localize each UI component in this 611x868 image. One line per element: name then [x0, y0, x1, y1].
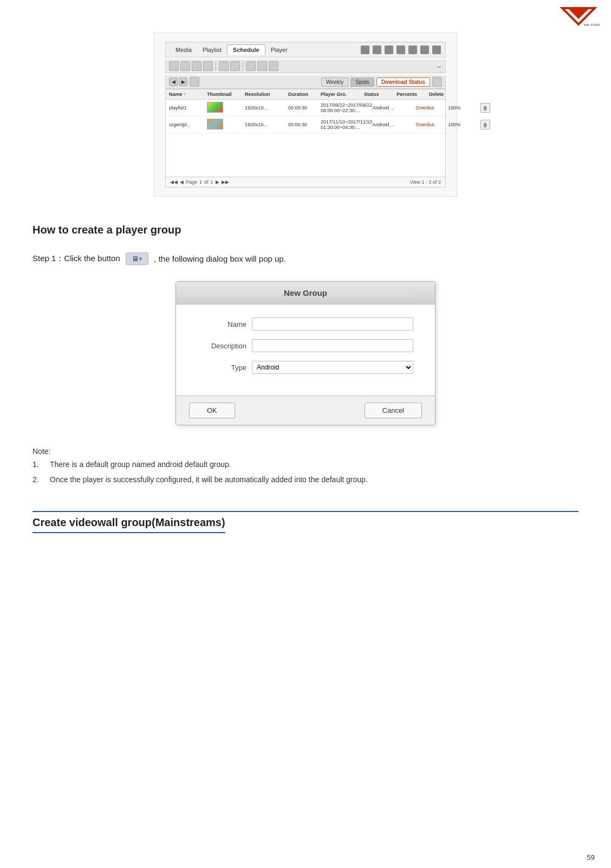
col-status: Status: [364, 92, 396, 97]
logo-icon: we connect: [557, 5, 600, 27]
frame1-btn[interactable]: [219, 61, 229, 71]
star-icon[interactable]: [373, 46, 381, 54]
arrow-btn[interactable]: →: [435, 62, 442, 70]
notes-title: Note:: [32, 447, 578, 456]
dialog-select-type[interactable]: Android Windows iOS: [252, 361, 413, 374]
total-pages: 1: [211, 179, 213, 185]
nav-player[interactable]: Player: [265, 45, 293, 55]
dialog-wrapper: New Group Name Description Type Android …: [176, 281, 435, 425]
import-btn[interactable]: [269, 61, 278, 71]
empty-rows: [166, 133, 445, 177]
thumbnail-img: [207, 119, 223, 129]
table-area: Name ↑ Thumbnail Resolution Duration Pla…: [165, 89, 446, 187]
col-player: Player Gro.: [321, 92, 364, 97]
row1-percents: 100%: [448, 105, 480, 111]
row2-name: urgentpl...: [169, 122, 207, 127]
dialog-field-type: Type Android Windows iOS: [198, 361, 413, 374]
nav-icons: [361, 46, 441, 54]
dialog-body: Name Description Type Android Windows iO…: [176, 305, 435, 396]
col-delete: Delete: [429, 92, 456, 97]
prev-btn2[interactable]: ◀: [180, 179, 184, 185]
copy-icon[interactable]: [385, 46, 393, 54]
content-area: Media Playlist Schedule Player: [0, 0, 611, 566]
dialog-footer: OK Cancel: [176, 396, 435, 425]
minus-btn[interactable]: [203, 61, 213, 71]
svg-text:we connect: we connect: [583, 22, 600, 27]
bar-btn[interactable]: [246, 61, 256, 71]
sep2: [243, 62, 243, 70]
col-resolution: Resolution: [245, 92, 288, 97]
table-row[interactable]: urgentpl... 1920x10... 00:00:30 2017/11/…: [166, 116, 445, 133]
settings-icon[interactable]: [361, 46, 369, 54]
download-status-btn[interactable]: Download Status: [376, 77, 430, 87]
section1-heading: How to create a player group: [32, 224, 578, 236]
dialog-title: New Group: [176, 282, 435, 305]
edit-btn[interactable]: [169, 61, 179, 71]
row1-status: Overdue: [415, 105, 448, 111]
back-icon[interactable]: [432, 46, 441, 54]
sep1: [216, 62, 216, 70]
dialog-ok-btn[interactable]: OK: [189, 403, 235, 418]
filter-btns: Weekly Spots: [321, 77, 374, 87]
row2-dur: 00:00:30: [288, 122, 321, 127]
frame2-btn[interactable]: [230, 61, 240, 71]
export-icon[interactable]: [432, 77, 442, 87]
next-btn2[interactable]: ▶: [216, 179, 219, 185]
row1-thumb: [207, 102, 245, 114]
logo-area: we connect: [557, 5, 600, 27]
user-icon[interactable]: [420, 46, 429, 54]
toolbar2: ◀ ▶ Weekly Spots Download Status: [165, 75, 446, 89]
row2-thumb: [207, 119, 245, 131]
of-label: of: [204, 179, 209, 185]
col-percents: Percents: [396, 92, 429, 97]
toolbar1: →: [165, 60, 446, 73]
dialog-cancel-btn[interactable]: Cancel: [365, 403, 422, 418]
dialog-input-description[interactable]: [252, 339, 413, 352]
spots-btn[interactable]: Spots: [350, 77, 374, 87]
page-number: 59: [587, 853, 595, 861]
calendar-icon[interactable]: [190, 77, 199, 87]
step1-button-img[interactable]: 🖥+: [126, 252, 149, 265]
row1-dur: 00:00:30: [288, 105, 321, 111]
prev-prev-btn[interactable]: ◀◀: [170, 179, 178, 185]
prev-btn[interactable]: ◀: [169, 77, 178, 86]
chart-icon[interactable]: [396, 46, 405, 54]
step1-text: Step 1：Click the button 🖥+ , the followi…: [32, 252, 578, 265]
note-text-1: There is a default group named android d…: [50, 460, 231, 469]
table-header: Name ↑ Thumbnail Resolution Duration Pla…: [166, 89, 445, 100]
note-num-1: 1.: [32, 460, 43, 469]
dialog-label-description: Description: [198, 342, 246, 350]
thumbnail-img: [207, 102, 223, 113]
screenshot-area: Media Playlist Schedule Player: [154, 33, 457, 197]
next-next-btn[interactable]: ▶▶: [222, 179, 229, 185]
copy-btn[interactable]: [192, 61, 202, 71]
align-btn[interactable]: [257, 61, 267, 71]
nav-media[interactable]: Media: [170, 45, 197, 55]
table-row[interactable]: playlist1 1920x10... 00:00:30 2017/09/22…: [166, 100, 445, 116]
grid-icon[interactable]: [408, 46, 417, 54]
weekly-btn[interactable]: Weekly: [321, 77, 349, 87]
dialog-label-type: Type: [198, 364, 246, 372]
note-item-1: 1. There is a default group named androi…: [32, 460, 578, 469]
next-btn[interactable]: ▶: [179, 77, 187, 86]
col-thumbnail: Thumbnail: [207, 92, 245, 97]
row2-delete-btn[interactable]: 🗑: [480, 120, 490, 129]
row1-delete-btn[interactable]: 🗑: [480, 103, 490, 113]
step1-after: , the following dialog box will pop up.: [154, 254, 286, 263]
row2-player: Android ...: [372, 122, 415, 127]
dialog-input-name[interactable]: [252, 318, 413, 331]
note-num-2: 2.: [32, 475, 43, 484]
row2-percents: 100%: [448, 122, 480, 127]
info-btn[interactable]: [180, 61, 190, 71]
row2-playtime: 2017/11/10~2017/11/10 01:30:00~04:30:...: [321, 119, 372, 130]
nav-playlist[interactable]: Playlist: [197, 45, 227, 55]
row2-res: 1920x10...: [245, 122, 288, 127]
view-label: View 1 - 2 of 2: [410, 179, 441, 185]
dialog-label-name: Name: [198, 320, 246, 328]
nav-schedule[interactable]: Schedule: [227, 44, 265, 55]
nav-arrows: ◀ ▶: [169, 77, 187, 86]
note-text-2: Once the player is successfully configur…: [50, 475, 368, 484]
section2-divider: [32, 511, 578, 512]
row1-name: playlist1: [169, 105, 207, 111]
page-num: 1: [199, 179, 202, 185]
